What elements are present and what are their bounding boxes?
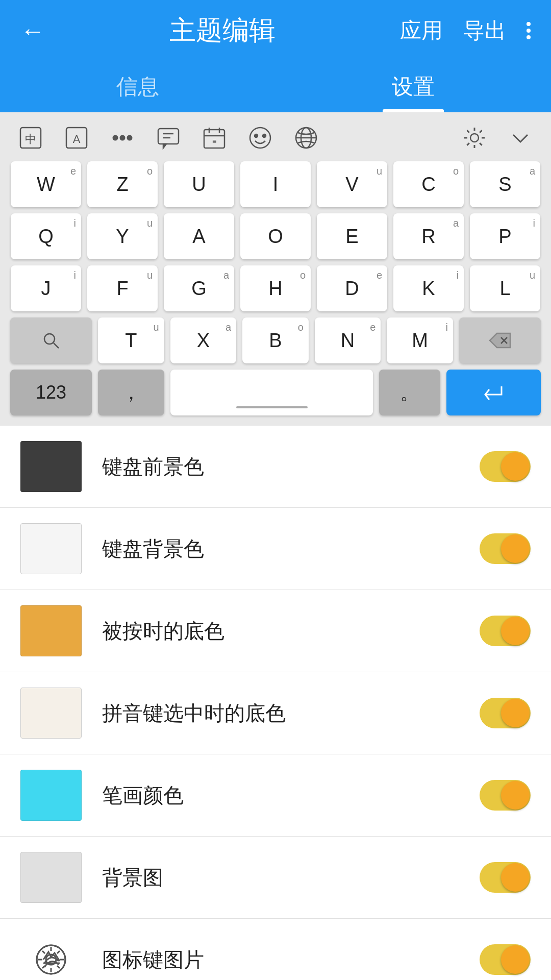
key-E[interactable]: E bbox=[317, 213, 387, 259]
toggle-icon-key-image[interactable] bbox=[480, 944, 531, 975]
svg-text:A: A bbox=[73, 133, 81, 145]
keyboard-preview: 中 A bbox=[0, 112, 551, 426]
key-I[interactable]: I bbox=[240, 161, 311, 207]
settings-item-keyboard-fg-color[interactable]: 键盘前景色 bbox=[0, 426, 551, 508]
header-actions: 应用 导出 bbox=[400, 16, 531, 45]
settings-list: 键盘前景色 键盘背景色 被按时的底色 拼音键选中时的底色 笔画颜色 bbox=[0, 426, 551, 980]
toolbar-right-icons bbox=[459, 122, 536, 153]
svg-line-24 bbox=[54, 343, 59, 348]
key-O[interactable]: O bbox=[240, 213, 311, 259]
settings-item-icon-key-image[interactable]: 图标键图片 bbox=[0, 919, 551, 980]
svg-line-37 bbox=[57, 951, 60, 953]
more-icon[interactable] bbox=[107, 122, 138, 153]
key-A[interactable]: A bbox=[164, 213, 234, 259]
toggle-bg-image[interactable] bbox=[480, 862, 531, 893]
key-X[interactable]: Xa bbox=[170, 317, 237, 363]
tab-bar: 信息 设置 bbox=[0, 61, 551, 112]
tab-settings[interactable]: 设置 bbox=[276, 61, 551, 112]
more-options-button[interactable] bbox=[527, 22, 531, 39]
toolbar-left-icons: 中 A bbox=[15, 122, 321, 153]
toggle-keyboard-fg-color[interactable] bbox=[480, 451, 531, 482]
settings-label-icon-key-image: 图标键图片 bbox=[102, 946, 480, 974]
svg-line-36 bbox=[57, 966, 60, 968]
chat-icon[interactable] bbox=[153, 122, 184, 153]
collapse-icon[interactable] bbox=[505, 122, 536, 153]
key-Z[interactable]: Zo bbox=[87, 161, 158, 207]
settings-item-bg-image[interactable]: 背景图 bbox=[0, 837, 551, 919]
key-period[interactable]: 。 bbox=[379, 370, 440, 415]
key-F[interactable]: Fu bbox=[87, 265, 158, 311]
chinese-mode-icon[interactable]: 中 bbox=[15, 122, 46, 153]
key-N[interactable]: Ne bbox=[315, 317, 381, 363]
toggle-pinyin-selected[interactable] bbox=[480, 698, 531, 728]
globe-icon[interactable] bbox=[291, 122, 321, 153]
key-R[interactable]: Ra bbox=[393, 213, 464, 259]
key-numeric[interactable]: 123 bbox=[10, 370, 92, 415]
key-enter[interactable] bbox=[446, 370, 541, 415]
color-preview-stroke bbox=[20, 770, 82, 821]
settings-label-stroke: 笔画颜色 bbox=[102, 781, 480, 810]
color-preview-keyboard-bg bbox=[20, 523, 82, 574]
svg-point-23 bbox=[44, 334, 55, 344]
key-S[interactable]: Sa bbox=[470, 161, 540, 207]
key-comma[interactable]: ， bbox=[98, 370, 164, 415]
svg-point-18 bbox=[263, 134, 266, 137]
app-header: ← 主题编辑 应用 导出 bbox=[0, 0, 551, 61]
keyboard-toolbar: 中 A bbox=[10, 122, 541, 153]
apply-button[interactable]: 应用 bbox=[400, 16, 443, 45]
export-button[interactable]: 导出 bbox=[463, 16, 506, 45]
settings-label-press-bg: 被按时的底色 bbox=[102, 617, 480, 645]
svg-point-16 bbox=[250, 128, 270, 148]
settings-item-press-bg-color[interactable]: 被按时的底色 bbox=[0, 590, 551, 672]
svg-line-38 bbox=[42, 966, 45, 968]
key-Q[interactable]: Qi bbox=[11, 213, 81, 259]
color-preview-pinyin-selected bbox=[20, 688, 82, 739]
settings-item-pinyin-selected[interactable]: 拼音键选中时的底色 bbox=[0, 672, 551, 754]
tab-info[interactable]: 信息 bbox=[0, 61, 276, 112]
color-preview-press-bg bbox=[20, 605, 82, 656]
key-rows: We Zo U I Vu Co Sa Qi Yu A O E Ra Pi Ji … bbox=[10, 161, 541, 363]
settings-label-bg-image: 背景图 bbox=[102, 864, 480, 892]
back-button[interactable]: ← bbox=[20, 17, 45, 45]
emoji-icon[interactable] bbox=[245, 122, 276, 153]
settings-icon[interactable] bbox=[459, 122, 490, 153]
keyboard-bottom-row: 123 ， 。 bbox=[10, 370, 541, 415]
key-L[interactable]: Lu bbox=[470, 265, 540, 311]
settings-item-keyboard-bg-color[interactable]: 键盘背景色 bbox=[0, 508, 551, 590]
svg-text:≡: ≡ bbox=[212, 137, 216, 145]
toggle-press-bg-color[interactable] bbox=[480, 616, 531, 646]
settings-item-stroke-color[interactable]: 笔画颜色 bbox=[0, 754, 551, 837]
svg-text:中: 中 bbox=[25, 133, 36, 145]
key-Y[interactable]: Yu bbox=[87, 213, 158, 259]
key-V[interactable]: Vu bbox=[317, 161, 387, 207]
key-G[interactable]: Ga bbox=[164, 265, 234, 311]
key-row-3: Ji Fu Ga Ho De Ki Lu bbox=[10, 265, 541, 311]
key-search[interactable] bbox=[10, 317, 92, 363]
calendar-icon[interactable]: ≡ bbox=[199, 122, 230, 153]
color-preview-bg-image bbox=[20, 852, 82, 903]
key-row-4: Tu Xa Bo Ne Mi bbox=[10, 317, 541, 363]
key-row-1: We Zo U I Vu Co Sa bbox=[10, 161, 541, 207]
text-mode-icon[interactable]: A bbox=[61, 122, 92, 153]
key-K[interactable]: Ki bbox=[393, 265, 464, 311]
key-T[interactable]: Tu bbox=[98, 317, 164, 363]
color-preview-keyboard-fg bbox=[20, 441, 82, 492]
key-C[interactable]: Co bbox=[393, 161, 464, 207]
svg-marker-10 bbox=[163, 144, 166, 148]
key-W[interactable]: We bbox=[11, 161, 81, 207]
svg-point-6 bbox=[128, 136, 132, 140]
key-M[interactable]: Mi bbox=[387, 317, 453, 363]
key-H[interactable]: Ho bbox=[240, 265, 311, 311]
key-B[interactable]: Bo bbox=[242, 317, 309, 363]
key-backspace[interactable] bbox=[459, 317, 541, 363]
toggle-stroke-color[interactable] bbox=[480, 780, 531, 811]
toggle-keyboard-bg-color[interactable] bbox=[480, 533, 531, 564]
key-space[interactable] bbox=[170, 370, 373, 415]
svg-point-5 bbox=[120, 136, 124, 140]
key-U[interactable]: U bbox=[164, 161, 234, 207]
svg-point-17 bbox=[255, 134, 258, 137]
key-D[interactable]: De bbox=[317, 265, 387, 311]
settings-label-keyboard-bg: 键盘背景色 bbox=[102, 535, 480, 563]
key-P[interactable]: Pi bbox=[470, 213, 540, 259]
key-J[interactable]: Ji bbox=[11, 265, 81, 311]
